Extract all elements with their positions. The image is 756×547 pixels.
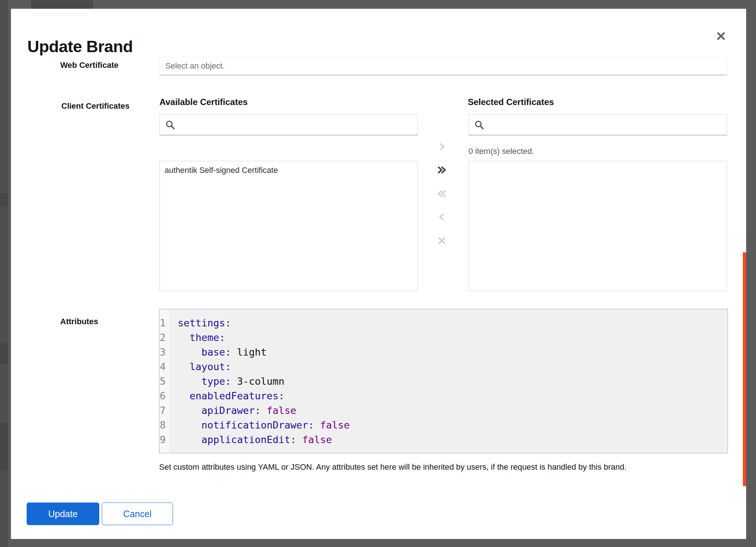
selected-certificates-list[interactable] [468, 161, 727, 291]
angle-left-icon [437, 212, 447, 222]
angle-double-right-icon [436, 165, 447, 175]
line-number: 3 [159, 345, 178, 360]
update-brand-modal: Update Brand Web Certificate Client Cert… [11, 9, 746, 539]
dimmed-sidebar-item [0, 193, 8, 206]
selected-count-status: 0 item(s) selected. [468, 147, 534, 156]
available-certificates-list[interactable]: authentik Self-signed Certificate [159, 161, 418, 291]
selected-search [468, 114, 727, 135]
line-number: 7 [159, 403, 178, 418]
code-line: 7 apiDrawer: false [159, 403, 728, 418]
web-certificate-label: Web Certificate [60, 61, 119, 70]
yaml-key: settings: [178, 316, 231, 330]
attributes-label: Attributes [60, 317, 98, 326]
code-line: 1settings: [159, 316, 728, 330]
code-line: 4 layout: [159, 360, 728, 374]
yaml-key: applicationEdit: [178, 432, 296, 447]
line-number: 2 [159, 330, 178, 345]
attributes-help-text: Set custom attributes using YAML or JSON… [159, 462, 714, 472]
yaml-value: light [231, 345, 267, 360]
yaml-value: false [314, 418, 350, 432]
angle-right-icon [437, 142, 447, 151]
yaml-key: apiDrawer: [178, 403, 261, 418]
available-certificates-heading: Available Certificates [159, 97, 248, 107]
code-line: 8 notificationDrawer: false [159, 418, 728, 432]
remove-all-button[interactable] [435, 186, 449, 201]
client-certificates-label: Client Certificates [61, 101, 130, 111]
yaml-key: theme: [178, 330, 225, 345]
times-icon [437, 236, 447, 245]
line-number: 9 [159, 432, 178, 447]
code-line: 3 base: light [159, 345, 728, 360]
code-line: 2 theme: [159, 330, 728, 345]
available-search-input[interactable] [160, 115, 417, 135]
yaml-key: type: [178, 374, 231, 389]
yaml-value: false [261, 403, 297, 418]
available-search [159, 114, 418, 135]
yaml-key: notificationDrawer: [178, 418, 314, 432]
remove-selected-button[interactable] [435, 210, 449, 224]
yaml-value: 3-column [231, 374, 284, 389]
available-certificate-item[interactable]: authentik Self-signed Certificate [160, 161, 417, 179]
editor-code-lines: 1settings:2 theme:3 base: light4 layout:… [159, 309, 728, 447]
line-number: 4 [159, 360, 178, 374]
add-selected-button[interactable] [435, 139, 449, 154]
angle-double-left-icon [436, 189, 447, 198]
line-number: 6 [159, 389, 178, 403]
attributes-code-editor[interactable]: 1settings:2 theme:3 base: light4 layout:… [159, 309, 728, 453]
add-all-button[interactable] [435, 163, 449, 177]
code-line: 5 type: 3-column [159, 374, 728, 389]
web-certificate-input[interactable] [159, 57, 727, 75]
dimmed-app-sidebar [0, 0, 8, 547]
line-number: 8 [159, 418, 178, 432]
update-button[interactable]: Update [27, 503, 99, 525]
close-button[interactable] [715, 30, 727, 42]
close-icon [716, 31, 726, 42]
line-number: 5 [159, 374, 178, 389]
page-title: Update Brand [27, 37, 133, 56]
selected-certificates-heading: Selected Certificates [468, 97, 554, 107]
clear-selection-button[interactable] [435, 233, 449, 248]
yaml-key: base: [178, 345, 231, 360]
cancel-button[interactable]: Cancel [102, 503, 173, 525]
yaml-key: enabledFeatures: [178, 389, 285, 403]
accent-bar [743, 252, 746, 486]
dimmed-sidebar-item [0, 423, 8, 470]
dimmed-sidebar-item [0, 343, 8, 365]
code-line: 6 enabledFeatures: [159, 389, 728, 403]
yaml-key: layout: [178, 360, 231, 374]
code-line: 9 applicationEdit: false [159, 432, 728, 447]
line-number: 1 [159, 316, 178, 330]
selected-search-input[interactable] [469, 115, 727, 135]
yaml-value: false [296, 432, 332, 447]
